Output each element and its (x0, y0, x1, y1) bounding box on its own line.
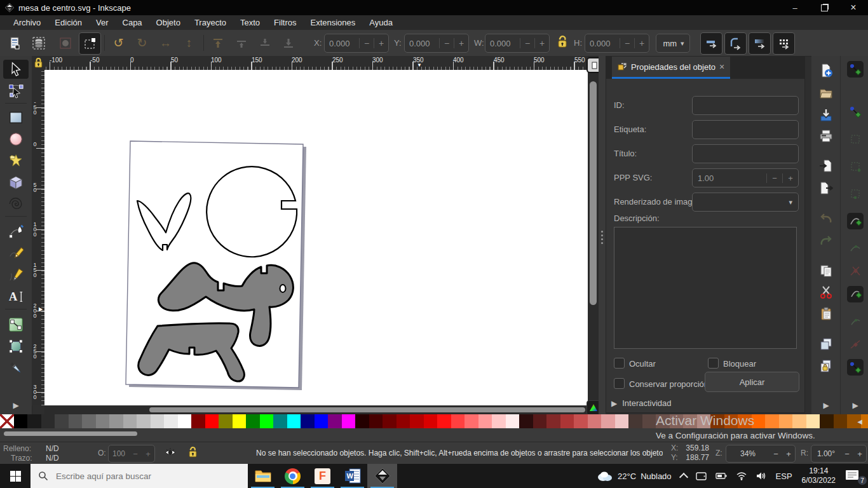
palette-swatch-663600[interactable] (834, 414, 848, 428)
opacity-decrement[interactable]: − (129, 449, 142, 459)
menu-item-filtros[interactable]: Filtros (267, 16, 303, 29)
palette-swatch-1a1a1a[interactable] (27, 414, 41, 428)
relleno-value[interactable]: N/D (46, 444, 59, 453)
tablet-mode-icon[interactable] (691, 464, 711, 488)
width-field[interactable]: 0.000 − + (485, 34, 550, 53)
volume-icon[interactable] (752, 464, 771, 488)
connector-tool[interactable] (6, 315, 25, 334)
layer-lock-toggle[interactable] (188, 446, 198, 459)
taskbar-inkscape[interactable] (367, 464, 397, 488)
select-all-button[interactable] (4, 32, 25, 53)
search-input[interactable] (55, 471, 235, 482)
palette-swatch-ffe3aa[interactable] (806, 414, 820, 428)
palette-prev-arrow[interactable]: ◀ (854, 416, 865, 428)
palette-swatch-ffa555[interactable] (779, 414, 793, 428)
snap-edge-midpoints-toggle[interactable] (847, 186, 864, 202)
rotate-cw-button[interactable]: ↻ (132, 32, 153, 53)
palette-swatch-ffc480[interactable] (792, 414, 806, 428)
aplicar-button[interactable]: Aplicar (705, 372, 799, 392)
lower-to-bottom-button[interactable] (278, 32, 299, 53)
menu-item-ver[interactable]: Ver (89, 16, 116, 29)
rotation-decrement[interactable]: − (841, 449, 853, 459)
palette-swatch-ff1212[interactable] (437, 414, 451, 428)
snap-nodes-toggle[interactable] (847, 213, 864, 229)
tab-close-icon[interactable]: × (719, 62, 724, 72)
scale-stroke-toggle[interactable] (700, 32, 722, 55)
palette-swatch-ff852b[interactable] (765, 414, 779, 428)
palette-swatch-d5d5d5[interactable] (151, 414, 165, 428)
dock-resize-handle[interactable] (599, 56, 606, 414)
redo-button[interactable] (818, 233, 834, 249)
palette-swatch-d67878[interactable] (588, 414, 602, 428)
id-input[interactable] (692, 96, 799, 115)
height-field[interactable]: 0.000 − + (585, 34, 649, 53)
palette-swatch-00ffff[interactable] (287, 414, 301, 428)
palette-swatch-ff9a9a[interactable] (478, 414, 492, 428)
snap-intersection-toggle[interactable] (847, 263, 864, 280)
palette-swatch-571a1a[interactable] (533, 414, 547, 428)
palette-swatch-ad3535[interactable] (560, 414, 574, 428)
palette-swatch-b60000[interactable] (410, 414, 424, 428)
ppp-increment-button[interactable]: + (782, 173, 798, 183)
palette-swatch-808000[interactable] (219, 414, 233, 428)
palette-swatch-c75050[interactable] (574, 414, 588, 428)
close-button[interactable]: × (839, 0, 868, 15)
palette-swatch-0000ff[interactable] (315, 414, 329, 428)
taskbar-chrome[interactable] (278, 464, 308, 488)
language-indicator[interactable]: ESP (771, 464, 797, 488)
palette-swatch-959595[interactable] (109, 414, 123, 428)
titulo-input[interactable] (692, 144, 799, 163)
taskbar-search[interactable] (31, 464, 248, 488)
pen-tool[interactable] (6, 222, 25, 241)
zoom-decrement[interactable]: − (770, 449, 782, 459)
clone-button[interactable] (818, 358, 834, 374)
ellipse-tool[interactable] (6, 130, 25, 149)
palette-swatch-none[interactable] (0, 414, 14, 428)
palette-swatch-2b0d0d[interactable] (519, 414, 533, 428)
menu-item-objeto[interactable]: Objeto (149, 16, 187, 29)
taskbar-word[interactable]: W (337, 464, 367, 488)
palette-swatch-ff00ff[interactable] (342, 414, 356, 428)
palette-swatch-ff4040[interactable] (451, 414, 465, 428)
gradient-tool[interactable] (6, 337, 25, 356)
palette-swatch-aaaaaa[interactable] (123, 414, 137, 428)
minimize-button[interactable]: – (780, 0, 810, 15)
palette-swatch-463733[interactable] (628, 414, 642, 428)
palette-swatch-ffecec[interactable] (506, 414, 520, 428)
zoom-spinner[interactable]: 34% − + (726, 445, 796, 463)
y-field[interactable]: 0.000 − + (404, 34, 469, 53)
calligraphy-tool[interactable] (6, 266, 25, 285)
rotate-ccw-button[interactable]: ↺ (108, 32, 129, 53)
cut-button[interactable] (818, 283, 834, 300)
snap-bar-expand-button[interactable]: ▶ (847, 397, 864, 414)
w-increment-button[interactable]: + (534, 38, 549, 48)
palette-swatch-240000[interactable] (355, 414, 369, 428)
palette-swatch-bfbfbf[interactable] (137, 414, 151, 428)
ruler-lock[interactable] (32, 56, 44, 70)
bloquear-checkbox[interactable]: Bloquear (708, 358, 756, 369)
node-tool[interactable] (6, 81, 25, 100)
import-button[interactable] (818, 158, 834, 174)
select-all-layers-button[interactable] (28, 32, 49, 53)
palette-swatch-ffc8c8[interactable] (492, 414, 506, 428)
dropper-tool[interactable] (6, 358, 25, 377)
snap-bbox-edges-toggle[interactable] (847, 131, 864, 147)
wifi-icon[interactable] (731, 464, 752, 488)
y-decrement-button[interactable]: − (439, 38, 454, 48)
palette-swatch-ffffff[interactable] (178, 414, 192, 428)
palette-swatch-6b6b6b[interactable] (82, 414, 96, 428)
lower-button[interactable] (254, 32, 275, 53)
palette-swatch-5a4540[interactable] (642, 414, 656, 428)
palette-swatch-ff6d6d[interactable] (465, 414, 478, 428)
palette-swatch-f0c8c8[interactable] (615, 414, 629, 428)
box3d-tool[interactable] (6, 173, 25, 192)
zoom-increment[interactable]: + (782, 449, 795, 459)
flip-horizontal-button[interactable]: ↔ (155, 32, 176, 53)
menu-item-edicion[interactable]: Edición (48, 16, 89, 29)
palette-swatch-e4a0a0[interactable] (601, 414, 615, 428)
h-decrement-button[interactable]: − (620, 38, 634, 48)
horizontal-ruler[interactable]: ▼ -100-500501001502002503003504004505005… (44, 56, 588, 70)
descripcion-textarea[interactable] (614, 227, 797, 349)
palette-swatch-008080[interactable] (273, 414, 287, 428)
h-increment-button[interactable]: + (634, 38, 649, 48)
